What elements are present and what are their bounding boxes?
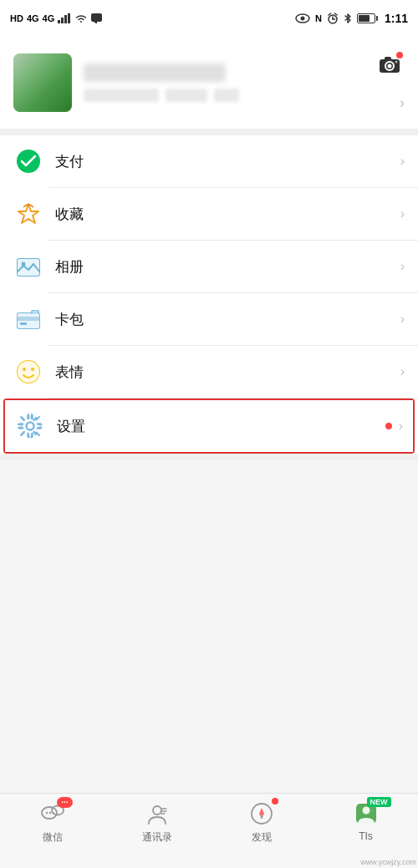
svg-rect-26 — [20, 322, 27, 325]
svg-point-30 — [31, 368, 34, 371]
section-divider — [0, 129, 418, 135]
settings-highlight-box: 设置 › — [3, 398, 415, 454]
profile-section[interactable]: › — [0, 37, 418, 129]
svg-rect-0 — [58, 20, 60, 23]
camera-notification-dot — [396, 52, 403, 58]
svg-marker-19 — [18, 204, 38, 223]
status-right: N 1:11 — [295, 12, 408, 25]
favorites-icon — [13, 199, 43, 229]
payment-icon — [13, 146, 43, 176]
time-display: 1:11 — [385, 12, 408, 25]
emoji-arrow: › — [400, 364, 405, 379]
payment-arrow: › — [400, 154, 405, 169]
svg-rect-3 — [68, 13, 70, 23]
menu-item-emoji[interactable]: 表情 › — [0, 346, 418, 398]
svg-point-18 — [17, 150, 40, 173]
menu-section: 支付 › 收藏 › 相册 › — [0, 135, 418, 454]
nav-item-contacts[interactable]: 通讯录 — [104, 800, 209, 845]
album-arrow: › — [400, 259, 405, 274]
contacts-nav-label: 通讯录 — [142, 830, 172, 845]
bottom-nav: ··· 微信 通讯录 发现 — [0, 793, 418, 868]
bottom-divider — [0, 454, 418, 460]
profile-arrow: › — [400, 94, 405, 112]
album-label: 相册 — [55, 257, 400, 277]
profile-meta — [84, 89, 405, 102]
contacts-icon-wrap — [144, 800, 171, 827]
profile-tag2 — [214, 89, 239, 102]
discover-nav-label: 发现 — [252, 830, 272, 845]
svg-point-36 — [48, 812, 50, 814]
settings-notification-dot — [385, 423, 392, 429]
svg-point-7 — [301, 17, 305, 21]
signal-4g-2: 4G — [43, 13, 55, 23]
settings-arrow: › — [399, 419, 403, 434]
status-bar: HD 4G 4G N — [0, 0, 418, 37]
profile-icon-wrap: NEW — [353, 800, 380, 827]
status-left: HD 4G 4G — [10, 13, 103, 23]
svg-point-35 — [45, 812, 47, 814]
svg-rect-2 — [64, 15, 67, 23]
svg-point-46 — [362, 807, 370, 815]
emoji-icon — [13, 357, 43, 387]
settings-icon — [15, 411, 45, 441]
contacts-icon — [145, 802, 169, 825]
profile-info — [84, 63, 405, 102]
nfc-icon: N — [315, 13, 322, 23]
payment-label: 支付 — [55, 152, 400, 171]
signal-4g: 4G — [27, 13, 39, 23]
wechat-nav-label: 微信 — [43, 830, 63, 845]
carrier-text: HD — [10, 13, 23, 23]
svg-point-15 — [388, 64, 392, 69]
nav-item-me[interactable]: NEW TIs — [314, 800, 418, 842]
signal-icon — [58, 13, 71, 23]
svg-rect-4 — [91, 13, 102, 22]
wallet-arrow: › — [400, 312, 405, 327]
svg-point-32 — [27, 423, 34, 430]
menu-item-settings[interactable]: 设置 › — [5, 400, 413, 452]
settings-label: 设置 — [57, 417, 385, 436]
menu-item-favorites[interactable]: 收藏 › — [0, 188, 418, 240]
favorites-arrow: › — [400, 206, 405, 221]
profile-name — [84, 63, 226, 82]
eye-icon — [295, 13, 310, 23]
svg-rect-25 — [18, 317, 39, 321]
profile-id — [84, 89, 159, 102]
favorites-label: 收藏 — [55, 205, 400, 224]
menu-item-album[interactable]: 相册 › — [0, 241, 418, 292]
nav-item-wechat[interactable]: ··· 微信 — [0, 800, 104, 845]
discover-icon-wrap — [248, 800, 275, 827]
wallet-icon — [13, 304, 43, 334]
svg-rect-1 — [61, 18, 64, 23]
svg-line-12 — [334, 13, 337, 15]
compass-icon — [250, 802, 273, 825]
svg-point-17 — [395, 61, 398, 63]
bluetooth-icon — [344, 13, 352, 24]
profile-tag1 — [166, 89, 207, 102]
watermark: www.ycwjzy.com — [360, 858, 416, 866]
wallet-label: 卡包 — [55, 310, 400, 329]
svg-point-22 — [22, 262, 26, 266]
menu-item-payment[interactable]: 支付 › — [0, 135, 418, 187]
wechat-badge: ··· — [57, 797, 72, 808]
wifi-icon — [74, 13, 88, 23]
me-new-badge: NEW — [367, 797, 391, 807]
discover-notification-dot — [272, 798, 278, 805]
emoji-label: 表情 — [55, 363, 400, 382]
me-nav-label: TIs — [359, 830, 373, 842]
menu-item-wallet[interactable]: 卡包 › — [0, 293, 418, 345]
battery-indicator — [357, 13, 378, 23]
svg-rect-16 — [385, 57, 391, 60]
svg-point-29 — [23, 368, 26, 371]
svg-line-11 — [329, 13, 331, 15]
avatar[interactable] — [13, 53, 72, 112]
message-status-icon — [91, 13, 103, 23]
svg-point-38 — [153, 806, 161, 815]
nav-item-discover[interactable]: 发现 — [209, 800, 314, 845]
svg-marker-5 — [94, 22, 97, 23]
camera-button[interactable] — [375, 48, 405, 79]
alarm-icon — [327, 13, 339, 24]
svg-point-28 — [18, 361, 39, 383]
chat-icon-wrap: ··· — [39, 800, 66, 827]
camera-badge-wrap — [378, 53, 401, 74]
svg-point-37 — [52, 812, 54, 814]
